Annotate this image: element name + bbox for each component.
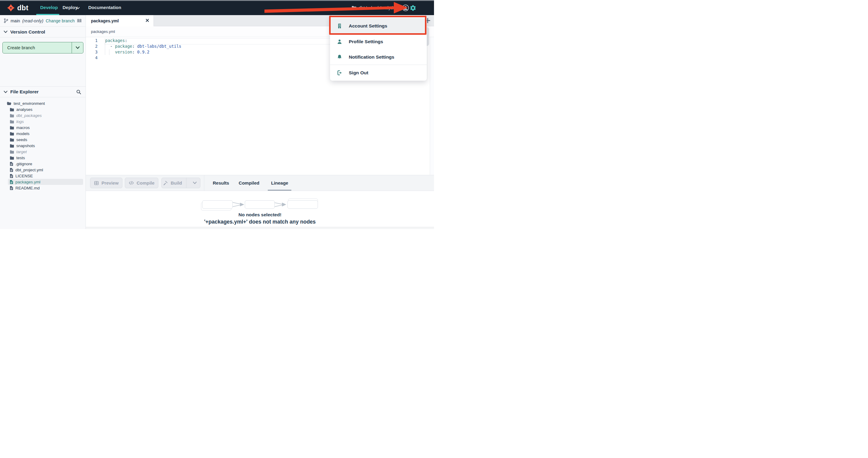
file-tree-item-dbt-project-yml[interactable]: dbt_project.yml: [0, 167, 86, 173]
menu-label: Account Settings: [349, 23, 387, 29]
file-tree-item-logs[interactable]: logs: [0, 119, 86, 125]
lineage-node-placeholder: [245, 200, 275, 209]
tab-results[interactable]: Results: [213, 175, 227, 191]
folder-icon: [10, 150, 14, 154]
file-icon: [10, 186, 13, 190]
chevron-down-icon: [4, 91, 7, 93]
file-tree-item-snapshots[interactable]: snapshots: [0, 142, 86, 149]
lineage-empty-subtitle: '+packages.yml+' does not match any node…: [86, 219, 434, 225]
file-name: snapshots: [16, 143, 35, 148]
folder-icon: [10, 132, 14, 136]
build-button[interactable]: Build: [161, 177, 200, 188]
bottom-status-strip: [86, 227, 434, 229]
file-tree-item-packages-yml[interactable]: packages.yml: [8, 179, 83, 185]
nav-deploy[interactable]: Deploy: [63, 5, 78, 10]
file-name: dbt_packages: [16, 113, 42, 118]
close-icon[interactable]: [145, 19, 149, 22]
version-control-header[interactable]: Version Control: [0, 27, 86, 37]
file-tree-item--gitignore[interactable]: .gitignore: [0, 161, 86, 167]
file-tree-item-seeds[interactable]: seeds: [0, 136, 86, 142]
folder-icon: [10, 126, 14, 130]
org-folder-icon: [351, 5, 356, 10]
folder-icon: [10, 144, 14, 148]
build-dropdown-caret[interactable]: [189, 178, 200, 188]
git-branch-icon: [4, 18, 8, 23]
building-icon: [337, 23, 342, 29]
folder-open-icon: [7, 101, 11, 105]
file-name: dbt_project.yml: [16, 168, 43, 172]
file-tree-item-target[interactable]: target: [0, 149, 86, 155]
file-name: test_environment: [13, 101, 45, 106]
chevron-down-icon: [4, 31, 7, 33]
chevron-down-icon: [75, 46, 80, 49]
develop-active-underline: [36, 14, 59, 15]
file-icon: [10, 180, 13, 184]
gear-icon[interactable]: [409, 4, 416, 11]
dbt-logo-icon: [7, 4, 15, 12]
file-name: target: [16, 150, 27, 154]
file-tree: test_environmentanalysesdbt_packageslogs…: [0, 100, 86, 191]
dbt-logo[interactable]: dbt: [7, 4, 28, 12]
folder-icon: [10, 107, 14, 111]
menu-item-sign-out[interactable]: Sign Out: [330, 65, 427, 80]
lineage-node-placeholder: [287, 200, 318, 209]
compile-label: Compile: [136, 181, 154, 186]
compile-button[interactable]: Compile: [125, 177, 158, 188]
create-branch-caret[interactable]: [72, 42, 83, 53]
file-tree-item-macros[interactable]: macros: [0, 125, 86, 131]
tab-lineage[interactable]: Lineage: [271, 175, 288, 191]
file-name: tests: [16, 156, 25, 160]
code-icon: [129, 181, 134, 185]
menu-item-notification-settings[interactable]: Notification Settings: [330, 49, 427, 65]
file-tree-item-tests[interactable]: tests: [0, 155, 86, 161]
file-name: .gitignore: [16, 162, 32, 166]
change-branch-link[interactable]: Change branch: [45, 19, 75, 23]
file-icon: [10, 174, 13, 178]
toolbar-divider: [204, 175, 204, 191]
file-tree-item-dbt-packages[interactable]: dbt_packages: [0, 112, 86, 119]
file-name: macros: [16, 125, 30, 130]
tab-packages-yml[interactable]: packages.yml: [86, 15, 154, 26]
create-branch-label: Create branch: [3, 42, 72, 53]
menu-item-account-settings[interactable]: Account Settings: [330, 18, 427, 34]
file-name: analyses: [16, 107, 32, 112]
file-explorer-header[interactable]: File Explorer: [0, 87, 86, 97]
tab-compiled-code[interactable]: Compiled Code: [234, 175, 264, 191]
account-settings-menu: Account Settings Profile Settings Notifi…: [330, 15, 427, 81]
user-avatar-icon[interactable]: [402, 4, 409, 11]
menu-label: Profile Settings: [349, 39, 383, 44]
version-control-title: Version Control: [10, 29, 45, 35]
branch-row: main (read-only) Change branch: [0, 15, 86, 27]
file-name: README.md: [16, 186, 39, 190]
nav-develop[interactable]: Develop: [40, 5, 58, 10]
line-number: 4: [86, 55, 98, 61]
dbt-cloud-ide-window: dbt Develop Deploy Documentation dbt Lab…: [0, 0, 434, 229]
search-icon[interactable]: [76, 90, 81, 95]
line-number: 1: [86, 38, 98, 43]
file-name: packages.yml: [16, 180, 40, 184]
folder-icon: [10, 120, 14, 124]
build-button-main[interactable]: Build: [162, 178, 183, 188]
file-explorer-title: File Explorer: [10, 89, 39, 95]
file-tree-item-analyses[interactable]: analyses: [0, 106, 86, 112]
file-tree-item-models[interactable]: models: [0, 131, 86, 136]
create-branch-button[interactable]: Create branch: [2, 42, 84, 54]
account-breadcrumb[interactable]: dbt Labs / Analytics: [359, 5, 397, 10]
preview-button[interactable]: Preview: [90, 177, 122, 188]
tab-label: packages.yml: [91, 19, 119, 23]
docs-book-icon[interactable]: [77, 19, 82, 23]
menu-label: Sign Out: [349, 70, 368, 75]
lineage-active-underline: [268, 190, 291, 191]
file-tree-item-license[interactable]: LICENSE: [0, 173, 86, 179]
nav-documentation[interactable]: Documentation: [88, 5, 121, 10]
file-tree-item-test-environment[interactable]: test_environment: [0, 100, 86, 106]
sign-out-icon: [337, 70, 342, 75]
build-label: Build: [171, 181, 182, 186]
menu-item-profile-settings[interactable]: Profile Settings: [330, 34, 427, 49]
top-navbar: dbt Develop Deploy Documentation dbt Lab…: [0, 1, 434, 15]
file-name: logs: [16, 119, 24, 124]
file-tree-item-readme-md[interactable]: README.md: [0, 185, 86, 191]
person-icon: [337, 39, 342, 44]
line-number: 3: [86, 49, 98, 55]
bell-icon: [337, 54, 342, 60]
